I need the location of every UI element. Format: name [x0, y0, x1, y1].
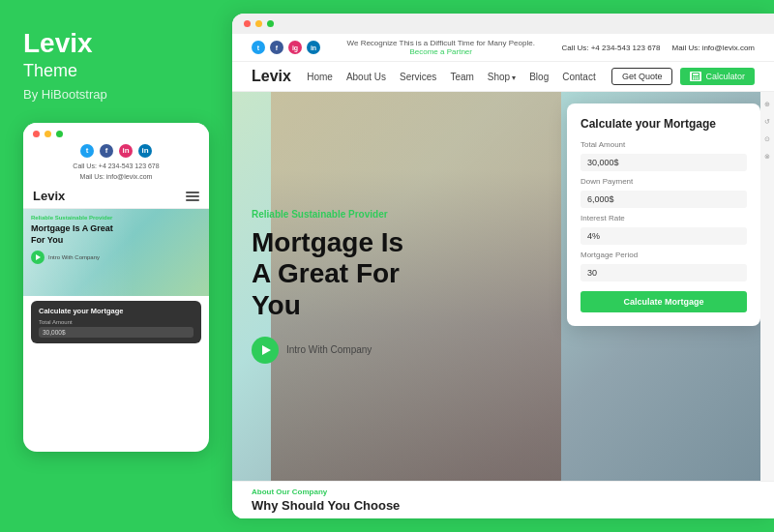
mobile-mail: Mail Us: info@levix.com — [31, 171, 201, 182]
browser-dot-red — [244, 20, 251, 27]
mobile-top-bar — [23, 123, 209, 141]
browser-dot-yellow — [255, 20, 262, 27]
dot-yellow — [45, 131, 51, 137]
facebook-icon: f — [100, 144, 113, 158]
hero-section: Reliable Sustainable Provider Mortgage I… — [232, 92, 774, 481]
mobile-hero-headline: Mortgage Is A Great For You — [31, 223, 118, 246]
website-content: t f ig in We Recognize This is a Difficu… — [232, 34, 774, 518]
total-amount-label: Total Amount — [580, 140, 747, 149]
site-call: Call Us: +4 234-543 123 678 — [561, 44, 660, 52]
mobile-hero-image: Reliable Sustainable Provider Mortgage I… — [23, 209, 209, 296]
mortgage-period-label: Mortgage Period — [580, 251, 747, 259]
svg-rect-1 — [693, 74, 699, 75]
nav-contact[interactable]: Contact — [562, 72, 595, 82]
calculate-mortgage-button[interactable]: Calculate Mortgage — [580, 291, 747, 312]
twitter-icon: t — [80, 144, 94, 158]
mobile-contact: Call Us: +4 234-543 123 678 Mail Us: inf… — [23, 161, 209, 184]
site-logo: Levix — [252, 68, 291, 85]
nav-services[interactable]: Services — [400, 72, 436, 82]
total-amount-input[interactable] — [580, 154, 747, 171]
down-payment-label: Down Payment — [580, 177, 747, 186]
bottom-strip: About Our Company Why Should You Choose — [232, 481, 774, 518]
brand-block: Levix Theme By HiBootstrap — [23, 29, 209, 102]
mobile-calc-total-label: Total Amount — [39, 319, 194, 325]
mobile-calc-box: Calculate your Mortgage Total Amount 30,… — [31, 301, 201, 343]
svg-rect-5 — [693, 78, 695, 80]
site-contact: Call Us: +4 234-543 123 678 Mail Us: inf… — [561, 44, 755, 52]
site-notice: We Recognize This is a Difficult Time fo… — [347, 39, 535, 56]
hero-headline: Mortgage IsA Great ForYou — [252, 227, 503, 321]
linkedin-icon: in — [138, 144, 152, 158]
site-facebook-icon[interactable]: f — [270, 41, 283, 54]
nav-links: Home About Us Services Team Shop Blog Co… — [307, 72, 595, 82]
site-social-icons: t f ig in — [252, 41, 320, 54]
bottom-tag: About Our Company — [252, 488, 755, 496]
brand-by: By HiBootstrap — [23, 87, 209, 102]
brand-subtitle: Theme — [23, 61, 209, 81]
mortgage-card-title: Calculate your Mortgage — [580, 117, 747, 131]
svg-rect-2 — [693, 76, 695, 78]
mobile-calc-title: Calculate your Mortgage — [39, 307, 194, 315]
down-payment-input[interactable] — [580, 191, 747, 208]
scrollbar-strip: ⊕ ↺ ⊙ ⊗ — [760, 92, 774, 481]
svg-rect-4 — [698, 76, 700, 78]
nav-team[interactable]: Team — [450, 72, 473, 82]
site-linkedin-icon[interactable]: in — [307, 41, 320, 54]
browser-dot-green — [267, 20, 274, 27]
site-mail: Mail Us: info@levix.com — [672, 44, 755, 52]
mobile-play-label: Intro With Company — [48, 254, 100, 260]
nav-about[interactable]: About Us — [346, 72, 386, 82]
svg-rect-7 — [698, 78, 700, 80]
mobile-mockup: t f in in Call Us: +4 234-543 123 678 Ma… — [23, 123, 209, 452]
hero-play-row[interactable]: Intro With Company — [252, 337, 503, 364]
mobile-hero-content: Reliable Sustainable Provider Mortgage I… — [31, 215, 118, 263]
browser-mockup: t f ig in We Recognize This is a Difficu… — [232, 14, 774, 518]
interest-rate-label: Interest Rate — [580, 214, 747, 222]
mobile-social-bar: t f in in — [23, 141, 209, 161]
mobile-calc-total-value: 30,000$ — [39, 327, 194, 338]
hero-text-area: Reliable Sustainable Provider Mortgage I… — [232, 92, 503, 481]
hero-play-label: Intro With Company — [286, 344, 372, 355]
dot-red — [33, 131, 40, 137]
mobile-play-button[interactable]: Intro With Company — [31, 251, 118, 264]
nav-shop[interactable]: Shop — [488, 72, 516, 82]
bottom-heading: Why Should You Choose — [252, 498, 755, 513]
dot-green — [56, 131, 63, 137]
scroll-icon-4: ⊗ — [762, 152, 772, 162]
nav-home[interactable]: Home — [307, 72, 333, 82]
browser-top-bar — [232, 14, 774, 34]
mobile-call: Call Us: +4 234-543 123 678 — [31, 161, 201, 171]
nav-actions: Get Quote Calculator — [611, 68, 755, 85]
calculator-icon — [690, 72, 701, 81]
instagram-icon: in — [119, 144, 133, 158]
mobile-nav: Levix — [23, 184, 209, 209]
play-circle-icon — [31, 251, 45, 264]
mortgage-period-input[interactable] — [580, 264, 747, 281]
chevron-down-icon — [512, 72, 516, 82]
site-nav: Levix Home About Us Services Team Shop B… — [232, 62, 774, 92]
svg-rect-3 — [696, 76, 698, 78]
scroll-icon-2: ↺ — [762, 117, 772, 127]
interest-rate-input[interactable] — [580, 227, 747, 245]
hero-tag: Reliable Sustainable Provider — [252, 209, 503, 220]
scroll-icon-3: ⊙ — [762, 134, 772, 144]
scroll-icon-1: ⊕ — [762, 100, 772, 109]
calculator-button[interactable]: Calculator — [680, 68, 755, 85]
site-top-bar: t f ig in We Recognize This is a Difficu… — [232, 34, 774, 62]
hero-play-icon — [252, 337, 279, 364]
nav-blog[interactable]: Blog — [529, 72, 549, 82]
hamburger-icon[interactable] — [186, 192, 199, 201]
mobile-logo: Levix — [33, 189, 65, 203]
become-partner-link[interactable]: Become a Partner — [409, 47, 471, 56]
site-instagram-icon[interactable]: ig — [288, 41, 302, 54]
left-panel: Levix Theme By HiBootstrap t f in in Cal… — [0, 0, 232, 532]
mortgage-card: Calculate your Mortgage Total Amount Dow… — [567, 103, 760, 326]
get-quote-button[interactable]: Get Quote — [611, 68, 673, 85]
brand-title: Levix — [23, 29, 209, 59]
svg-rect-6 — [696, 78, 698, 80]
mobile-hero-tag: Reliable Sustainable Provider — [31, 215, 118, 221]
site-twitter-icon[interactable]: t — [252, 41, 265, 54]
